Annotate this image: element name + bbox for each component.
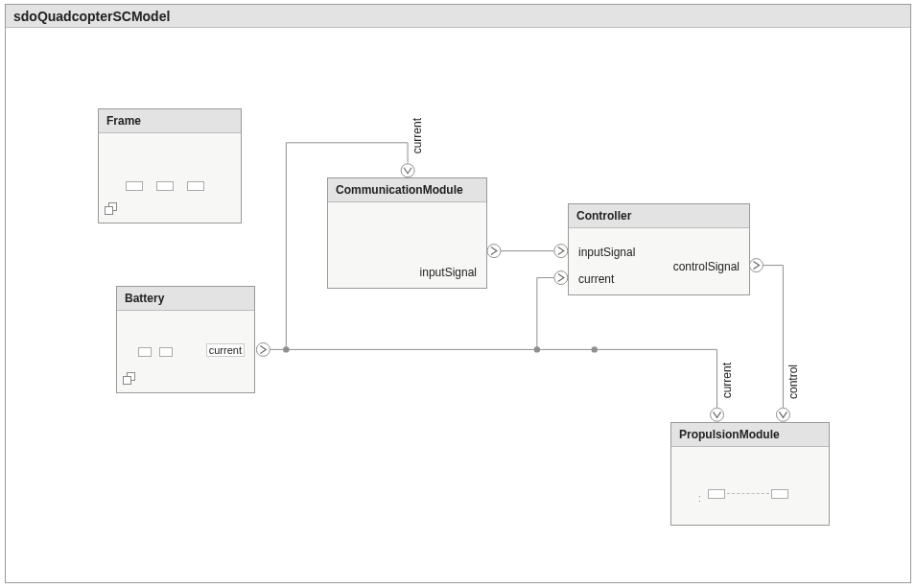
svg-point-1 <box>283 346 289 352</box>
block-controller-title: Controller <box>569 204 749 228</box>
port-propulsion-control <box>776 408 789 421</box>
svg-point-10 <box>776 408 789 421</box>
subblock-placeholder <box>138 347 152 357</box>
block-frame-title: Frame <box>99 109 241 133</box>
port-label-battery-current: current <box>206 343 245 357</box>
port-battery-current <box>256 342 270 356</box>
block-frame[interactable]: Frame <box>98 108 242 223</box>
port-label-controller-controlsignal: controlSignal <box>673 260 740 273</box>
subsystem-icon <box>105 202 118 216</box>
subblock-placeholder <box>126 181 143 191</box>
port-label-propulsion-control: control <box>787 365 800 399</box>
block-controller-body: inputSignal current controlSignal <box>569 228 749 294</box>
block-propulsion[interactable]: PropulsionModule : <box>670 422 830 526</box>
ellipsis-icon: : <box>698 493 701 504</box>
svg-point-0 <box>534 346 540 352</box>
port-label-controller-inputsignal: inputSignal <box>578 246 635 259</box>
port-label-comm-inputsignal: inputSignal <box>420 266 477 279</box>
block-battery-title: Battery <box>117 287 254 311</box>
port-comm-inputsignal <box>487 245 501 258</box>
port-controller-current <box>554 271 568 285</box>
svg-point-2 <box>592 346 598 352</box>
svg-point-7 <box>554 271 568 285</box>
block-battery[interactable]: Battery current <box>116 286 255 393</box>
subblock-placeholder <box>159 347 173 357</box>
port-controller-inputsignal <box>554 245 568 258</box>
connector-placeholder <box>727 493 769 494</box>
subblock-placeholder <box>156 181 174 191</box>
svg-point-3 <box>256 342 270 356</box>
window-titlebar: sdoQuadcopterSCModel <box>6 5 910 28</box>
svg-point-9 <box>711 408 724 421</box>
block-propulsion-body: : <box>671 447 829 524</box>
subblock-placeholder <box>187 181 204 191</box>
svg-point-8 <box>749 259 763 272</box>
block-communication[interactable]: CommunicationModule inputSignal <box>327 177 487 289</box>
block-battery-body: current <box>117 311 254 391</box>
port-propulsion-current <box>711 408 724 421</box>
block-controller[interactable]: Controller inputSignal current controlSi… <box>568 203 750 295</box>
port-label-propulsion-current: current <box>720 363 734 398</box>
port-controller-controlsignal <box>749 259 763 272</box>
model-window: sdoQuadcopterSCModel <box>5 4 911 583</box>
subblock-placeholder <box>771 489 788 499</box>
port-comm-current <box>401 164 414 177</box>
svg-point-4 <box>401 164 414 177</box>
block-communication-title: CommunicationModule <box>328 178 486 202</box>
port-label-comm-current: current <box>411 118 424 153</box>
diagram-canvas[interactable]: Frame Battery current CommunicationModul… <box>6 29 910 582</box>
subblock-placeholder <box>708 489 725 499</box>
svg-point-6 <box>554 245 568 258</box>
block-propulsion-title: PropulsionModule <box>671 423 829 447</box>
block-frame-body <box>99 133 241 222</box>
svg-point-5 <box>487 245 501 258</box>
block-communication-body: inputSignal <box>328 202 486 287</box>
subsystem-icon <box>123 372 136 386</box>
port-label-controller-current: current <box>578 272 614 286</box>
window-title: sdoQuadcopterSCModel <box>13 9 170 24</box>
